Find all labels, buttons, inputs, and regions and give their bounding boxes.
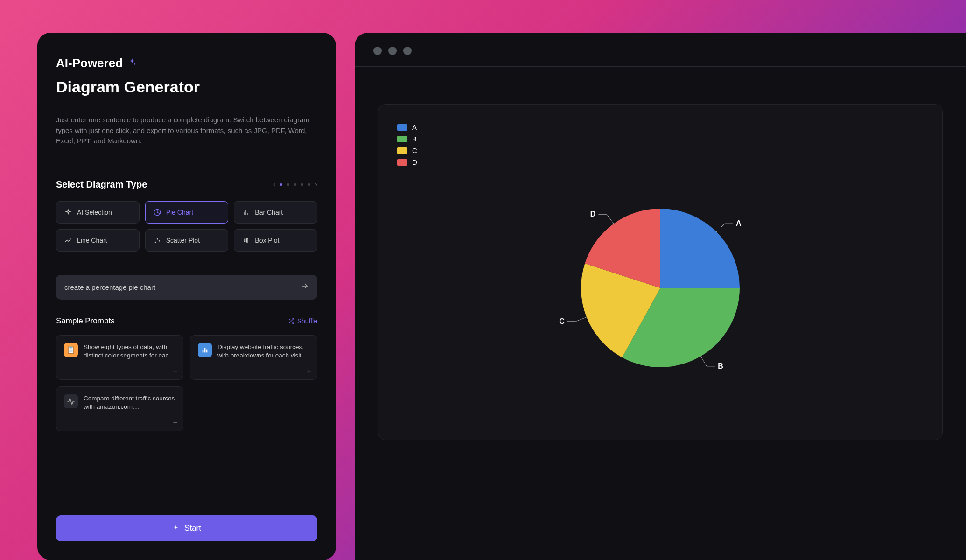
type-label: AI Selection — [77, 209, 112, 216]
type-label: Bar Chart — [255, 209, 283, 216]
svg-rect-14 — [204, 348, 206, 352]
chart-container: ABCD ABCD — [378, 104, 943, 440]
legend-swatch — [397, 147, 407, 154]
sample-prompts-title: Sample Prompts — [56, 316, 115, 326]
prompt-text: Show eight types of data, with distinct … — [84, 343, 175, 372]
svg-rect-13 — [203, 350, 204, 352]
legend-swatch — [397, 159, 407, 166]
select-type-header: Select Diagram Type ‹ › — [56, 179, 317, 190]
checklist-icon: 📋 — [64, 343, 78, 357]
chart-icon — [198, 343, 212, 357]
legend-item[interactable]: D — [397, 158, 924, 166]
type-label: Pie Chart — [166, 209, 193, 216]
start-label: Start — [184, 524, 201, 533]
type-label: Line Chart — [77, 237, 107, 244]
add-prompt-icon[interactable]: + — [173, 419, 177, 427]
slice-label: A — [736, 219, 742, 227]
svg-point-5 — [156, 238, 158, 240]
svg-rect-8 — [247, 238, 248, 242]
diagram-type-grid: AI Selection Pie Chart Bar Chart Line Ch… — [56, 201, 317, 252]
line-chart-icon — [64, 236, 72, 245]
type-line-chart[interactable]: Line Chart — [56, 229, 140, 252]
prev-arrow-icon[interactable]: ‹ — [273, 181, 276, 188]
type-ai-selection[interactable]: AI Selection — [56, 201, 140, 224]
shuffle-icon — [288, 318, 294, 324]
box-plot-icon — [242, 236, 250, 245]
select-type-title: Select Diagram Type — [56, 179, 147, 190]
page-title: Diagram Generator — [56, 78, 317, 96]
shuffle-label: Shuffle — [297, 317, 317, 325]
type-pie-chart[interactable]: Pie Chart — [145, 201, 229, 224]
ai-powered-label: AI-Powered — [56, 56, 123, 70]
scatter-plot-icon — [153, 236, 161, 245]
browser-chrome — [355, 33, 966, 67]
type-scatter-plot[interactable]: Scatter Plot — [145, 229, 229, 252]
sample-prompt-card[interactable]: Compare different traffic sources with a… — [56, 386, 183, 431]
legend-item[interactable]: A — [397, 123, 924, 131]
legend-label: C — [412, 147, 417, 154]
legend-swatch — [397, 124, 407, 131]
prompt-text: Display website traffic sources, with br… — [217, 343, 309, 372]
pie-chart-icon — [153, 208, 161, 217]
add-prompt-icon[interactable]: + — [173, 367, 177, 376]
sparkle-icon — [172, 525, 180, 532]
leader-line — [607, 214, 614, 224]
submit-arrow-icon[interactable] — [301, 282, 309, 292]
window-control-dot[interactable] — [403, 47, 412, 55]
svg-line-12 — [289, 319, 290, 320]
svg-point-6 — [158, 240, 160, 242]
add-prompt-icon[interactable]: + — [307, 367, 311, 376]
sparkle-icon — [64, 208, 72, 217]
window-control-dot[interactable] — [373, 47, 382, 55]
prompt-input[interactable] — [56, 275, 317, 300]
sparkle-icon — [127, 57, 137, 70]
sample-prompt-card[interactable]: 📋 Show eight types of data, with distinc… — [56, 335, 183, 380]
pie-slice[interactable] — [660, 209, 740, 288]
page-dot[interactable] — [294, 183, 296, 186]
slice-label: C — [559, 317, 565, 325]
sample-prompts-grid: 📋 Show eight types of data, with distinc… — [56, 335, 317, 431]
svg-rect-7 — [244, 239, 245, 241]
legend-item[interactable]: C — [397, 147, 924, 154]
leader-line — [716, 224, 725, 232]
pagination-dots: ‹ › — [273, 181, 317, 188]
sample-prompt-card[interactable]: Display website traffic sources, with br… — [190, 335, 317, 380]
leader-line — [701, 356, 707, 366]
shuffle-button[interactable]: Shuffle — [288, 317, 317, 325]
generator-panel: AI-Powered Diagram Generator Just enter … — [37, 33, 336, 560]
legend-label: A — [412, 123, 417, 131]
ai-powered-badge: AI-Powered — [56, 56, 317, 70]
page-dot[interactable] — [301, 183, 303, 186]
page-dot[interactable] — [280, 183, 282, 186]
legend-label: D — [412, 158, 417, 166]
svg-rect-15 — [206, 349, 208, 352]
type-label: Box Plot — [255, 237, 279, 244]
type-bar-chart[interactable]: Bar Chart — [234, 201, 317, 224]
start-button[interactable]: Start — [56, 515, 317, 541]
slice-label: B — [718, 362, 723, 370]
leader-line — [576, 317, 587, 321]
pie-chart: ABCD — [534, 185, 786, 392]
window-control-dot[interactable] — [388, 47, 397, 55]
prompt-input-wrapper — [56, 275, 317, 300]
legend-item[interactable]: B — [397, 135, 924, 143]
bar-chart-icon — [242, 208, 250, 217]
preview-panel: ABCD ABCD — [355, 33, 966, 560]
page-dot[interactable] — [308, 183, 310, 186]
next-arrow-icon[interactable]: › — [315, 181, 317, 188]
sample-prompts-header: Sample Prompts Shuffle — [56, 316, 317, 326]
page-dot[interactable] — [287, 183, 289, 186]
pulse-icon — [64, 394, 78, 408]
description-text: Just enter one sentence to produce a com… — [56, 115, 317, 147]
svg-point-4 — [154, 241, 156, 243]
type-label: Scatter Plot — [166, 237, 200, 244]
chart-legend: ABCD — [397, 123, 924, 166]
slice-label: D — [590, 210, 596, 218]
legend-label: B — [412, 135, 417, 143]
legend-swatch — [397, 136, 407, 142]
prompt-text: Compare different traffic sources with a… — [84, 394, 175, 423]
type-box-plot[interactable]: Box Plot — [234, 229, 317, 252]
